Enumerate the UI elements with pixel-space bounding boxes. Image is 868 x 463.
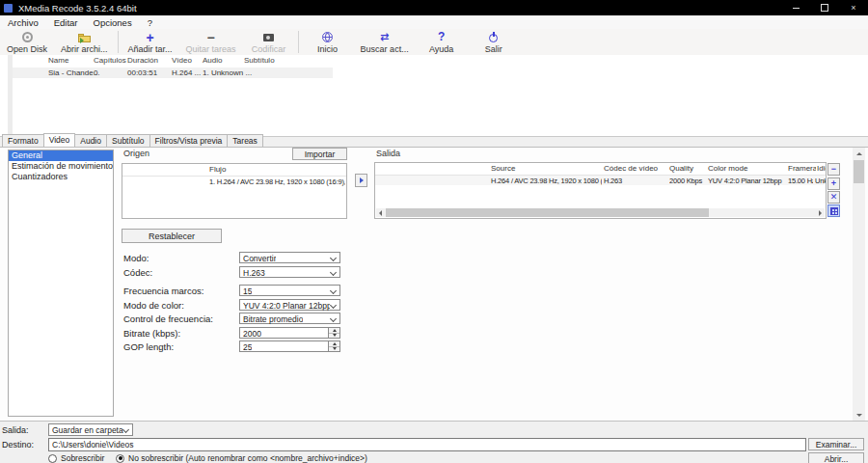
tab-tareas[interactable]: Tareas: [227, 134, 263, 147]
examinar-button[interactable]: Examinar...: [808, 438, 864, 450]
exit-button[interactable]: Salir: [468, 29, 520, 55]
origen-row[interactable]: Sia - Chandelier [Music Vid... 1. H.264 …: [122, 177, 345, 186]
maximize-icon: [821, 4, 828, 12]
menu-opciones[interactable]: Opciones: [86, 15, 140, 29]
col-duracion[interactable]: Duración: [127, 56, 158, 65]
modo-de-color-label: Modo de color:: [123, 300, 184, 311]
encode-camera-icon: [263, 34, 274, 41]
salida-row[interactable]: Sia - Chandelier [Music Video] 1080p [S.…: [375, 176, 825, 185]
frecuencia-marcos-select[interactable]: 15: [239, 285, 340, 296]
spin-down-icon[interactable]: [329, 334, 339, 339]
control-frecuencia-select[interactable]: Bitrate promedio: [239, 313, 340, 324]
toolbar: Open Disk Abrir archi... + Añadir tar...…: [0, 29, 868, 56]
tab-filtros-vista-previa[interactable]: Filtros/Vista previa: [149, 134, 229, 147]
titlebar: XMedia Recode 3.5.2.4 64bit ×: [0, 0, 868, 15]
open-disk-button[interactable]: Open Disk: [0, 29, 54, 55]
origen-stream-info: 1. H.264 / AVC 23.98 Hz, 1920 x 1080 (16…: [209, 177, 345, 186]
minimize-button[interactable]: [781, 0, 810, 15]
col-video[interactable]: Vídeo: [172, 56, 192, 65]
salida-quality: 2000 Kbps: [669, 177, 706, 185]
tab-video[interactable]: Video: [43, 133, 76, 147]
scrollbar-thumb[interactable]: [854, 160, 864, 183]
salida-col-source[interactable]: Source: [491, 164, 515, 173]
scroll-down-icon[interactable]: [853, 409, 865, 421]
move-to-output-button[interactable]: [355, 174, 367, 187]
salida-output-label: Salida:: [2, 425, 29, 435]
maximize-button[interactable]: [810, 0, 839, 15]
abrir-button[interactable]: Abrir...: [808, 452, 864, 463]
salida-label: Salida: [376, 149, 400, 158]
spin-down-icon[interactable]: [329, 347, 339, 352]
origen-col-flujo[interactable]: Flujo: [209, 165, 226, 174]
sidebar-item-estimacion[interactable]: Estimación de movimiento: [9, 161, 113, 172]
radio-selected-icon: [116, 454, 124, 463]
scrollbar-thumb[interactable]: [386, 208, 709, 217]
codec-label: Códec:: [123, 267, 152, 278]
salida-col-idioma[interactable]: Idioma: [817, 164, 826, 173]
panel-vertical-scrollbar[interactable]: [853, 148, 865, 421]
tab-audio[interactable]: Audio: [74, 134, 107, 147]
add-stream-button[interactable]: +: [827, 177, 840, 190]
help-question-icon: ?: [438, 32, 445, 43]
settings-tabs: Formato Video Audio Subtítulo Filtros/Vi…: [0, 136, 868, 148]
scroll-up-icon[interactable]: [853, 148, 865, 159]
salida-col-color-mode[interactable]: Color mode: [708, 164, 747, 173]
disc-icon: [22, 32, 33, 42]
tab-formato[interactable]: Formato: [2, 134, 44, 147]
menubar: Archivo Editar Opciones ?: [0, 15, 868, 29]
app-icon: [4, 4, 13, 13]
control-frecuencia-label: Control de frecuencia:: [123, 313, 213, 324]
scroll-right-icon[interactable]: [816, 208, 825, 217]
salida-col-codec[interactable]: Códec de vídeo: [604, 164, 658, 173]
help-button[interactable]: ? Ayuda: [416, 29, 468, 55]
open-file-button[interactable]: Abrir archi...: [54, 29, 115, 55]
add-job-button[interactable]: + Añadir tar...: [122, 29, 179, 55]
codec-select[interactable]: H.263: [239, 266, 340, 278]
window-controls: ×: [781, 0, 868, 15]
col-name[interactable]: Name: [48, 56, 68, 65]
destino-label: Destino:: [2, 440, 34, 449]
remove-job-minus-icon: −: [207, 32, 215, 43]
close-button[interactable]: ×: [839, 0, 868, 15]
salida-horizontal-scrollbar[interactable]: [376, 208, 825, 217]
toolbar-separator: [298, 31, 299, 53]
sidebar-item-cuantizadores[interactable]: Cuantizadores: [9, 172, 113, 182]
salida-table: Source Códec de vídeo Quality Color mode…: [374, 162, 827, 219]
menu-archivo[interactable]: Archivo: [0, 15, 46, 29]
col-capitulos[interactable]: Capítulos: [94, 56, 126, 65]
check-updates-button[interactable]: ⇄ Buscar act...: [354, 29, 416, 55]
file-name: Sia - Chande...: [48, 68, 99, 77]
bitrate-input[interactable]: 2000: [239, 327, 340, 339]
sobrescribir-radio[interactable]: Sobrescribir: [48, 453, 104, 463]
clear-stream-button[interactable]: ✕: [827, 191, 840, 204]
remove-stream-button[interactable]: −: [827, 163, 840, 176]
output-mode-select[interactable]: Guardar en carpeta: [48, 423, 133, 436]
gop-length-input[interactable]: 25: [239, 340, 340, 352]
sidebar-item-general[interactable]: General: [9, 150, 113, 161]
modo-de-color-select[interactable]: YUV 4:2:0 Planar 12bpp: [239, 299, 340, 311]
col-audio[interactable]: Audio: [203, 56, 222, 65]
encode-button: Codificar: [243, 29, 295, 55]
add-job-plus-icon: +: [146, 32, 153, 43]
menu-editar[interactable]: Editar: [46, 15, 86, 29]
menu-help[interactable]: ?: [140, 15, 160, 29]
file-duracion: 00:03:51: [127, 68, 157, 77]
salida-col-quality[interactable]: Quality: [669, 164, 693, 173]
modo-select[interactable]: Convertir: [239, 252, 340, 263]
gop-length-label: GOP length:: [123, 341, 174, 352]
file-capitulos: 0: [94, 68, 97, 77]
scroll-left-icon[interactable]: [376, 208, 385, 217]
stream-properties-button[interactable]: [827, 204, 840, 217]
no-sobrescribir-radio[interactable]: No sobrescribir (Auto renombrar como <no…: [116, 453, 367, 463]
restablecer-button[interactable]: Restablecer: [122, 229, 222, 243]
salida-col-framerate[interactable]: Framerate: [788, 164, 816, 173]
minimize-icon: [793, 8, 800, 9]
home-button[interactable]: Inicio: [302, 29, 354, 55]
destino-input[interactable]: [48, 438, 806, 451]
grid-icon: [830, 207, 838, 215]
file-row[interactable]: Sia - Chande... 0 00:03:51 H.264 ... 1. …: [13, 68, 333, 78]
check-updates-refresh-icon: ⇄: [380, 32, 389, 43]
importar-button[interactable]: Importar: [292, 148, 347, 160]
tab-subtitulo[interactable]: Subtítulo: [106, 134, 150, 147]
col-subtitulo[interactable]: Subtítulo: [244, 56, 275, 65]
